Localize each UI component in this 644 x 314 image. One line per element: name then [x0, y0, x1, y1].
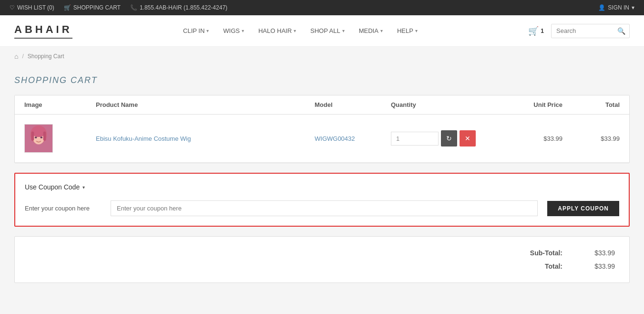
coupon-body: Enter your coupon here APPLY COUPON: [25, 200, 619, 216]
header-right: 🛒 1 🔍: [528, 24, 630, 38]
nav-help[interactable]: HELP ▾: [390, 22, 425, 39]
unit-price-cell: $33.99: [486, 135, 562, 142]
cart-top-icon: 🛒: [64, 4, 71, 11]
help-chevron-icon: ▾: [415, 28, 418, 33]
main-content: Shopping Cart Image Product Name Model Q…: [0, 66, 644, 293]
media-chevron-icon: ▾: [380, 28, 383, 33]
nav-clip-in[interactable]: CLIP IN ▾: [176, 22, 216, 39]
total-label: Total:: [545, 262, 562, 270]
product-image[interactable]: [24, 124, 53, 153]
quantity-cell: ↻ ✕: [391, 130, 486, 147]
quantity-input[interactable]: [391, 132, 439, 146]
cart-table-header: Image Product Name Model Quantity Unit P…: [15, 95, 629, 115]
top-bar: ♡ WISH LIST (0) 🛒 SHOPPING CART 📞 1.855.…: [0, 0, 644, 15]
cart-icon-symbol: 🛒: [528, 26, 539, 36]
svg-point-7: [40, 136, 42, 138]
header-product-name: Product Name: [96, 101, 315, 108]
header-quantity: Quantity: [391, 101, 486, 108]
wigs-chevron-icon: ▾: [242, 28, 244, 33]
remove-button[interactable]: ✕: [460, 130, 476, 147]
page-title: Shopping Cart: [14, 75, 630, 85]
totals-section: Sub-Total: $33.99 Total: $33.99: [14, 236, 630, 283]
nav-wigs[interactable]: WIGS ▾: [216, 22, 251, 39]
coupon-section: Use Coupon Code ▾ Enter your coupon here…: [14, 173, 630, 227]
cart-table: Image Product Name Model Quantity Unit P…: [14, 95, 630, 163]
breadcrumb-home[interactable]: ⌂: [14, 52, 18, 60]
svg-rect-5: [43, 132, 46, 141]
row-total-cell: $33.99: [562, 135, 620, 142]
phone-icon: 📞: [130, 4, 137, 11]
coupon-toggle[interactable]: Use Coupon Code ▾: [25, 183, 619, 191]
breadcrumb-current: Shopping Cart: [28, 53, 64, 60]
model-cell: WIGWG00432: [315, 135, 391, 142]
clip-in-chevron-icon: ▾: [206, 28, 209, 33]
search-input[interactable]: [552, 24, 613, 37]
signin-chevron-icon: ▾: [632, 4, 634, 11]
shop-all-chevron-icon: ▾: [342, 28, 345, 33]
signin-link[interactable]: 👤 SIGN IN ▾: [598, 4, 634, 11]
product-name-link[interactable]: Ebisu Kofuku-Anime Costume Wig: [96, 135, 191, 142]
coupon-chevron-icon: ▾: [82, 185, 85, 190]
phone-link[interactable]: 📞 1.855.4AB-HAIR (1.855.422-4247): [130, 4, 227, 11]
quantity-box: ↻ ✕: [391, 130, 486, 147]
halo-hair-chevron-icon: ▾: [294, 28, 296, 33]
subtotal-row: Sub-Total: $33.99: [29, 246, 615, 260]
apply-coupon-button[interactable]: APPLY COUPON: [547, 201, 619, 216]
unit-price-value: $33.99: [543, 135, 562, 142]
cart-button[interactable]: 🛒 1: [528, 26, 544, 36]
nav-shop-all[interactable]: SHOP ALL ▾: [303, 22, 352, 39]
breadcrumb: ⌂ / Shopping Cart: [0, 47, 644, 66]
table-row: Ebisu Kofuku-Anime Costume Wig WIGWG0043…: [15, 115, 629, 163]
row-total-value: $33.99: [601, 135, 620, 142]
nav-halo-hair[interactable]: HALO HAIR ▾: [251, 22, 303, 39]
header-unit-price: Unit Price: [486, 101, 562, 108]
breadcrumb-separator: /: [22, 53, 23, 60]
total-value: $33.99: [577, 262, 615, 270]
product-name-cell: Ebisu Kofuku-Anime Costume Wig: [96, 135, 315, 142]
logo[interactable]: ABHAIR: [14, 23, 72, 39]
header-image: Image: [24, 101, 96, 108]
svg-rect-4: [31, 132, 34, 141]
nav-media[interactable]: MEDIA ▾: [352, 22, 390, 39]
header-model: Model: [315, 101, 391, 108]
header-total: Total: [562, 101, 620, 108]
search-box: 🔍: [551, 24, 630, 38]
home-icon: ⌂: [14, 52, 18, 60]
coupon-field-label: Enter your coupon here: [25, 205, 101, 212]
shopping-cart-link[interactable]: 🛒 SHOPPING CART: [64, 4, 121, 11]
header: ABHAIR CLIP IN ▾ WIGS ▾ HALO HAIR ▾ SHOP…: [0, 15, 644, 47]
model-number: WIGWG00432: [315, 135, 355, 142]
coupon-toggle-label: Use Coupon Code: [25, 183, 80, 191]
search-button[interactable]: 🔍: [613, 24, 629, 38]
cart-count: 1: [541, 28, 544, 34]
wishlist-link[interactable]: ♡ WISH LIST (0): [10, 4, 54, 11]
top-bar-left: ♡ WISH LIST (0) 🛒 SHOPPING CART 📞 1.855.…: [10, 4, 227, 11]
heart-icon: ♡: [10, 4, 15, 11]
total-row: Total: $33.99: [29, 260, 615, 273]
subtotal-value: $33.99: [577, 249, 615, 257]
user-icon: 👤: [598, 4, 605, 11]
refresh-button[interactable]: ↻: [441, 130, 457, 147]
svg-point-6: [35, 136, 37, 138]
subtotal-label: Sub-Total:: [530, 249, 562, 257]
product-image-cell: [24, 124, 96, 153]
coupon-input[interactable]: [111, 200, 538, 216]
main-nav: CLIP IN ▾ WIGS ▾ HALO HAIR ▾ SHOP ALL ▾ …: [87, 22, 514, 39]
